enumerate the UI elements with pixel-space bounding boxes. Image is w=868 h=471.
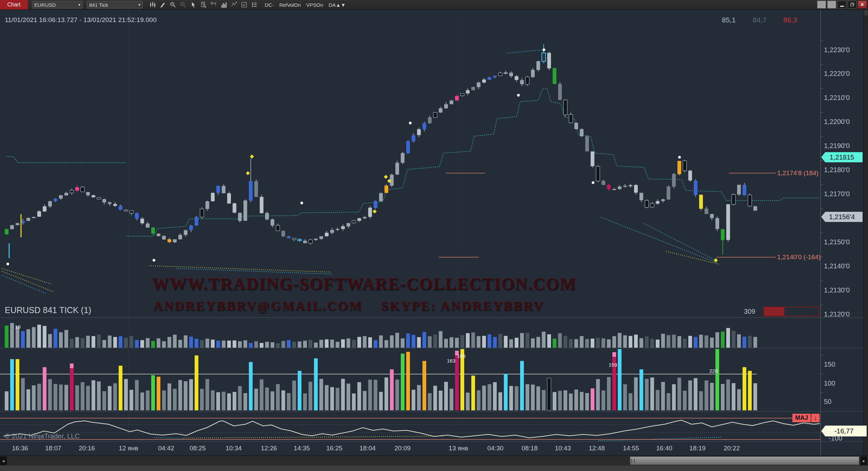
indicator-bar bbox=[634, 377, 638, 410]
candle bbox=[43, 206, 46, 211]
cursor-icon[interactable] bbox=[188, 1, 198, 9]
zoom-out-icon[interactable] bbox=[178, 1, 188, 9]
volume-bar bbox=[401, 339, 405, 348]
indicator-bar bbox=[390, 369, 394, 410]
time-tick-label: 10:34 bbox=[225, 445, 242, 452]
toolbar-blank-button[interactable] bbox=[827, 1, 836, 8]
time-tick-label: 16:40 bbox=[656, 445, 672, 452]
volume-bar bbox=[656, 340, 659, 348]
symbol-select[interactable]: EURUSD ▾ bbox=[32, 1, 83, 8]
chart-plot[interactable] bbox=[0, 0, 863, 455]
volume-bar bbox=[406, 333, 410, 348]
right-scroll-strip[interactable] bbox=[863, 9, 868, 471]
candle bbox=[54, 199, 57, 201]
volume-bar bbox=[672, 335, 676, 348]
toolbar-button-dc[interactable]: DC- bbox=[265, 2, 274, 8]
candle bbox=[645, 201, 649, 207]
candle bbox=[726, 204, 730, 240]
scrollbar-thumb[interactable] bbox=[630, 456, 859, 465]
indicator-bar bbox=[601, 390, 605, 410]
volume-bar bbox=[70, 339, 74, 348]
maj-signal-badge[interactable]: MAJ ↓ bbox=[792, 414, 820, 422]
path-icon[interactable] bbox=[229, 1, 239, 9]
candle bbox=[450, 101, 453, 104]
volume-bar bbox=[384, 340, 388, 348]
candle bbox=[656, 201, 659, 204]
indicator-bar bbox=[32, 385, 36, 410]
volume-bar bbox=[5, 326, 8, 348]
zoom-in-icon[interactable] bbox=[168, 1, 178, 9]
volume-bar bbox=[477, 336, 480, 348]
volume-bar bbox=[520, 333, 524, 348]
indicator-bar bbox=[607, 377, 611, 410]
date-range-label: 11/01/2021 16:06:13.727 - 13/01/2021 21:… bbox=[5, 16, 157, 24]
volume-bar bbox=[108, 335, 112, 348]
window-controls: × bbox=[817, 1, 867, 8]
volume-bar bbox=[352, 340, 356, 348]
indicator-readout: 85,1 bbox=[722, 16, 736, 24]
restore-button[interactable] bbox=[848, 1, 856, 8]
list-icon[interactable] bbox=[249, 1, 259, 9]
pencil-icon[interactable] bbox=[158, 1, 168, 9]
volume-bar bbox=[178, 340, 182, 348]
volume-bar bbox=[374, 340, 377, 348]
toolbar-button-relvolon[interactable]: RelVolOn bbox=[279, 2, 301, 8]
histogram-icon[interactable] bbox=[219, 1, 229, 9]
volume-bar bbox=[102, 340, 106, 348]
minimize-button[interactable] bbox=[837, 1, 846, 8]
indicator-bar bbox=[59, 385, 63, 410]
time-axis[interactable]: 16:3618:0720:1612 янв04:4208:2510:3412:2… bbox=[0, 442, 863, 455]
scroll-left-button[interactable]: ◄ bbox=[0, 456, 7, 465]
time-tick-label: 14:35 bbox=[294, 445, 310, 452]
indicator-bar bbox=[406, 352, 410, 410]
interval-select[interactable]: 841 Tick ▾ bbox=[87, 1, 143, 8]
indicator-bar bbox=[721, 384, 725, 410]
indicator-bar bbox=[64, 385, 68, 410]
indicator-bar bbox=[422, 361, 426, 410]
volume-bar bbox=[667, 335, 670, 348]
volume-bar bbox=[585, 339, 589, 348]
horizontal-scrollbar[interactable]: ◄ ► bbox=[0, 455, 868, 466]
candle bbox=[281, 231, 285, 237]
toolbar-blank-button[interactable] bbox=[817, 1, 826, 8]
volume-bar bbox=[710, 337, 714, 348]
selected-price-tag: 1,2156'4 bbox=[821, 212, 863, 222]
time-tick-label: 16:25 bbox=[326, 445, 342, 452]
volume-bar bbox=[26, 329, 30, 348]
candle bbox=[623, 186, 627, 187]
scroll-right-button[interactable]: ► bbox=[861, 456, 867, 465]
volume-bar bbox=[10, 323, 14, 348]
time-tick-label: 13 янв bbox=[449, 445, 468, 452]
chart-tab[interactable]: Chart bbox=[0, 0, 28, 9]
candle bbox=[743, 185, 746, 195]
indicator-bar bbox=[412, 390, 415, 410]
indicator-bar bbox=[710, 383, 714, 410]
candle bbox=[715, 218, 719, 229]
candle bbox=[721, 229, 725, 240]
dot-marker bbox=[517, 94, 520, 97]
indicator-bar bbox=[113, 383, 117, 410]
indicator-bar bbox=[591, 388, 594, 410]
indicator-bar bbox=[276, 384, 280, 410]
formula-icon[interactable]: x² bbox=[239, 1, 249, 9]
close-button[interactable]: × bbox=[858, 1, 867, 8]
doc-search-icon[interactable] bbox=[198, 1, 209, 9]
indicator-bar bbox=[417, 385, 421, 410]
oscillator-axis-label: -100 bbox=[829, 434, 842, 442]
candle bbox=[37, 211, 41, 217]
volume-bar bbox=[743, 337, 746, 348]
time-tick-label: 04:30 bbox=[487, 445, 504, 452]
candle bbox=[699, 195, 703, 209]
price-axis[interactable]: 1,2230'01,2220'01,2210'01,2200'01,2190'0… bbox=[821, 9, 863, 455]
ninjatrader-chart-window: Chart EURUSD ▾ 841 Tick ▾ x² DC-RelVolOn… bbox=[0, 0, 868, 471]
volume-bar bbox=[488, 334, 491, 348]
dot-marker bbox=[592, 181, 594, 184]
candle bbox=[596, 166, 600, 181]
volume-bar bbox=[113, 337, 117, 348]
candle bbox=[10, 225, 14, 229]
toolbar-button-vpson[interactable]: VPSOn bbox=[306, 2, 323, 8]
flag-icon[interactable] bbox=[209, 1, 219, 9]
indicator-bar bbox=[395, 380, 399, 410]
toolbar-button-da[interactable]: DA▲▼ bbox=[329, 2, 346, 8]
candles-icon[interactable] bbox=[147, 1, 158, 9]
